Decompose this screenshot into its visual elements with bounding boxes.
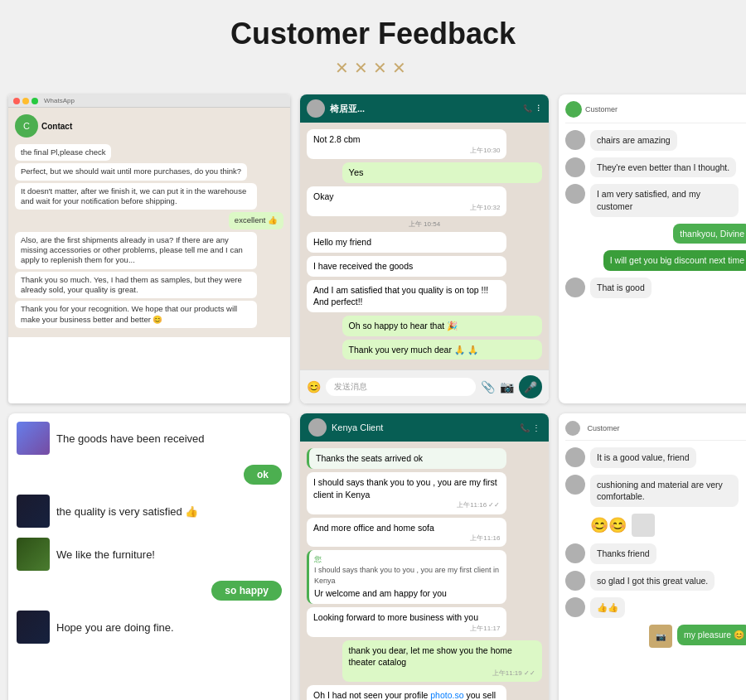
msg-office-sofa: And more office and home sofa 上午11:16 [307,518,506,548]
satisfied-bubble: I am very satisfied, and my customer [590,184,739,216]
feedback-grid: WhatsApp C Contact the final Pl,please c… [8,94,738,700]
msg-first-client: I should says thank you to you , you are… [307,472,506,514]
msg-cushioning: cushioning and material are very comfort… [565,475,746,507]
header-icons: 📞 ⋮ [523,104,542,113]
pleasure-bubble: my pleasure 😊 [677,625,746,645]
attach-icon[interactable]: 📎 [481,380,495,393]
chat-screenshot-bottomleft: The goods have been received ok the qual… [8,413,290,700]
msg-like-furniture: We like the furniture! [17,538,282,571]
close-dot [13,98,20,104]
msg-better: They're even better than I thought. [565,157,746,178]
input-bar[interactable]: 😊 发送消息 📎 📷 🎤 [300,369,549,403]
msg-very-satisfied: I am very satisfied, and my customer [565,184,746,216]
msg-yes: Yes [342,162,542,183]
msg-satisfied: And I am satisfied that you quality is o… [307,280,506,312]
goods-received-text: The goods have been received [56,432,282,445]
contact-name: 椅居亚... [330,103,365,115]
doing-fine-text: Hope you are doing fine. [56,621,282,634]
contact-name: Contact [41,122,72,131]
msg-2: Perfect, but we should wait until more p… [15,163,247,180]
chat-screenshot-bottomright: Customer It is a good value, friend cush… [559,413,746,700]
msg-sent-excellent: excellent 👍 [15,212,283,231]
avatar [565,447,585,467]
msg-5: Thank you so much. Yes, I had them as sa… [15,272,257,299]
thanks-friend-bubble: Thanks friend [590,543,656,564]
maximize-dot [31,98,38,104]
chat-screenshot-bottommiddle: Kenya Client 📞 ⋮ Thanks the seats arrive… [300,413,549,700]
wa-header: Kenya Client 📞 ⋮ [300,413,549,442]
msg-hello: Hello my friend [307,232,506,253]
contact-label: Customer [585,105,618,113]
chat-info: C Contact [15,114,283,138]
msg-quality-satisfied: the quality is very satisfied 👍 [17,495,282,528]
good-bubble: That is good [590,278,652,298]
thumbnail-4 [17,611,50,644]
chat-screenshot-topmiddle: 椅居亚... 📞 ⋮ Not 2.8 cbm上午10:30 Yes Okay上午… [300,94,549,403]
msg-okay: Okay上午10:32 [307,186,506,216]
mic-button[interactable]: 🎤 [519,375,542,398]
msg-my-pleasure: my pleasure 😊 📷 [565,625,746,648]
chat-header: Customer [565,101,746,123]
msg-show-catalog: thank you dear, let me show you the home… [342,640,542,683]
avatar [565,475,585,495]
msg-6: Thank you for your recognition. We hope … [15,301,257,328]
br-avatar [565,421,580,436]
emoji-icon[interactable]: 😊 [307,380,321,393]
avatar [565,184,585,204]
chat-body: C Contact the final Pl,please check Perf… [8,108,290,337]
so-glad-bubble: so glad I got this great value. [590,571,715,591]
emoji-row: 😊😊 [590,514,746,537]
wa-body: Thanks the seats arrived ok I should say… [300,442,549,700]
titlebar: WhatsApp [8,94,290,108]
thumbnail-3 [17,538,50,571]
contact-dot [565,101,582,118]
window-title: WhatsApp [44,97,75,104]
photo-thumbnail: 📷 [649,625,672,648]
avatar [565,597,585,617]
divider-time: 上午 10:54 [307,220,542,229]
msg-thanks-friend: Thanks friend [565,543,746,564]
msg-received-goods: I have received the goods [307,256,506,277]
br-header: Customer [565,420,746,441]
quote-header: 您I should says thank you to you , you ar… [314,554,500,586]
message-input[interactable]: 发送消息 [326,378,476,396]
thumbnail [632,514,655,537]
thankyou-divine-bubble: thankyou, Divine [673,224,746,244]
msg-quote-row: 您I should says thank you to you , you ar… [307,550,506,603]
msg-thumbs: 👍👍 [565,597,746,618]
msg-not-cbm: Not 2.8 cbm上午10:30 [307,129,506,159]
thumbnail-2 [17,495,50,528]
msg-goods-received: The goods have been received [17,422,282,455]
mobile-chat-body: Not 2.8 cbm上午10:30 Yes Okay上午10:32 上午 10… [300,123,549,369]
msg-ok-reply: ok [17,465,282,485]
avatar [565,571,585,591]
camera-icon[interactable]: 📷 [500,380,514,393]
good-value-bubble: It is a good value, friend [590,447,696,468]
msg-chairs: chairs are amazing [565,130,746,151]
msg-thankyou-divine: thankyou, Divine [565,224,746,244]
emoji-icons: 😊😊 [590,516,627,534]
avatar [565,130,585,150]
wa-contact-avatar [308,418,327,437]
thumbs-bubble: 👍👍 [590,597,625,618]
br-contact: Customer [587,424,619,432]
msg-1: the final Pl,please check [15,144,111,161]
furniture-text: We like the furniture! [56,548,282,561]
avatar [565,543,585,563]
discount-bubble: I will get you big discount next time [603,250,746,271]
msg-discount: I will get you big discount next time [565,250,746,271]
msg-good-value: It is a good value, friend [565,447,746,468]
avatar [565,278,585,297]
better-bubble: They're even better than I thought. [590,157,736,178]
quality-satisfied-text: the quality is very satisfied 👍 [56,505,282,518]
chat-screenshot-topleft: WhatsApp C Contact the final Pl,please c… [8,94,290,403]
contact-avatar: C [15,114,38,138]
msg-looking-forward: Looking forward to more business with yo… [307,607,506,637]
wa-contact-name: Kenya Client [332,422,383,432]
minimize-dot [22,98,29,104]
mobile-header: 椅居亚... 📞 ⋮ [300,94,549,123]
chairs-bubble: chairs are amazing [590,130,677,151]
msg-4: Also, are the first shipments already in… [15,232,257,269]
msg-so-happy: so happy [17,581,282,601]
msg-3: It doesn't matter, after we finish it, w… [15,183,257,210]
